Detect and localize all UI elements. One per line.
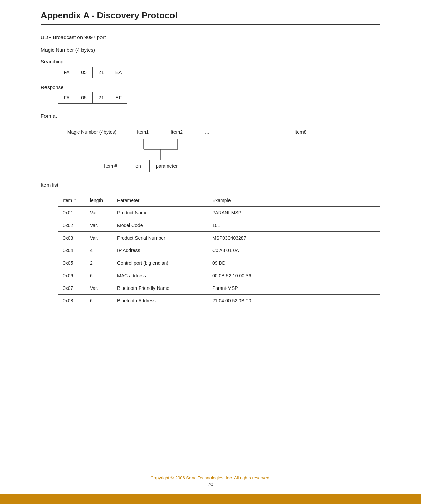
response-byte-1: 05 [75,92,93,104]
cell-item-5: 0x06 [58,269,85,282]
cell-item-0: 0x01 [58,207,85,219]
table-row: 0x066MAC address00 0B 52 10 00 36 [58,269,380,282]
cell-parameter-0: Product Name [112,207,207,219]
cell-item-7: 0x08 [58,295,85,307]
cell-example-5: 00 0B 52 10 00 36 [207,269,380,282]
cell-example-6: Parani-MSP [207,282,380,295]
table-row: 0x01Var.Product NamePARANI-MSP [58,207,380,219]
cell-length-1: Var. [85,219,112,232]
table-row: 0x044IP AddressC0 A8 01 0A [58,244,380,257]
cell-parameter-1: Model Code [112,219,207,232]
cell-item-2: 0x03 [58,232,85,244]
footer-copyright: Copyright © 2006 Sena Technologies, Inc.… [0,475,421,480]
cell-parameter-6: Bluetooth Friendly Name [112,282,207,295]
connector-svg [58,139,227,160]
table-row: 0x02Var.Model Code101 [58,219,380,232]
cell-length-2: Var. [85,232,112,244]
cell-length-3: 4 [85,244,112,257]
cell-example-4: 09 DD [207,257,380,269]
title-divider [41,24,380,25]
response-label: Response [41,84,380,90]
cell-length-6: Var. [85,282,112,295]
response-byte-2: 21 [92,92,110,104]
format-cell-ellipsis: … [194,125,221,139]
cell-length-5: 6 [85,269,112,282]
col-header-length: length [85,194,112,207]
cell-item-3: 0x04 [58,244,85,257]
page-title: Appendix A - Discovery Protocol [41,10,380,21]
cell-item-6: 0x07 [58,282,85,295]
format-sub-param: parameter [150,160,184,172]
response-byte-3: EF [110,92,127,104]
cell-parameter-3: IP Address [112,244,207,257]
item-list-section: Item list Item # length Parameter Exampl… [41,182,380,307]
table-header-row: Item # length Parameter Example [58,194,380,207]
table-row: 0x086Bluetooth Address21 04 00 52 0B 00 [58,295,380,307]
table-row: 0x07Var.Bluetooth Friendly NameParani-MS… [58,282,380,295]
cell-item-4: 0x05 [58,257,85,269]
cell-example-0: PARANI-MSP [207,207,380,219]
cell-example-3: C0 A8 01 0A [207,244,380,257]
format-cell-item2: Item2 [160,125,194,139]
footer-bar [0,494,421,504]
item-table: Item # length Parameter Example 0x01Var.… [58,194,380,307]
col-header-item: Item # [58,194,85,207]
cell-example-7: 21 04 00 52 0B 00 [207,295,380,307]
cell-length-0: Var. [85,207,112,219]
col-header-parameter: Parameter [112,194,207,207]
cell-parameter-2: Product Serial Number [112,232,207,244]
cell-parameter-7: Bluetooth Address [112,295,207,307]
connector-area [58,139,380,160]
response-bytes: FA 05 21 EF [58,92,380,104]
format-cell-magic: Magic Number (4bytes) [58,125,126,139]
format-sub-row: Item # len parameter [95,160,217,172]
cell-item-1: 0x02 [58,219,85,232]
cell-parameter-5: MAC address [112,269,207,282]
table-row: 0x052Control port (big endian)09 DD [58,257,380,269]
cell-parameter-4: Control port (big endian) [112,257,207,269]
searching-byte-0: FA [58,67,75,78]
format-section: Format Magic Number (4bytes) Item1 Item2… [41,113,380,172]
cell-length-7: 6 [85,295,112,307]
searching-bytes: FA 05 21 EA [58,67,380,78]
format-cell-item1: Item1 [126,125,160,139]
magic-number-section: Magic Number (4 bytes) Searching FA 05 2… [41,47,380,104]
response-byte-0: FA [58,92,75,104]
magic-number-label: Magic Number (4 bytes) [41,47,380,53]
format-cell-item8: Item8 [221,125,380,139]
cell-length-4: 2 [85,257,112,269]
udp-text: UDP Broadcast on 9097 port [41,34,380,40]
searching-byte-3: EA [110,67,127,78]
cell-example-2: MSP030403287 [207,232,380,244]
format-sub-len: len [126,160,150,172]
col-header-example: Example [207,194,380,207]
footer-page-number: 70 [0,482,421,487]
format-label: Format [41,113,380,119]
format-sub-item: Item # [95,160,126,172]
cell-example-1: 101 [207,219,380,232]
footer: Copyright © 2006 Sena Technologies, Inc.… [0,475,421,487]
searching-byte-2: 21 [92,67,110,78]
table-row: 0x03Var.Product Serial NumberMSP03040328… [58,232,380,244]
format-diagram: Magic Number (4bytes) Item1 Item2 … Item… [58,125,380,172]
searching-byte-1: 05 [75,67,93,78]
searching-label: Searching [41,59,380,64]
item-list-label: Item list [41,182,380,188]
format-top-row: Magic Number (4bytes) Item1 Item2 … Item… [58,125,380,139]
